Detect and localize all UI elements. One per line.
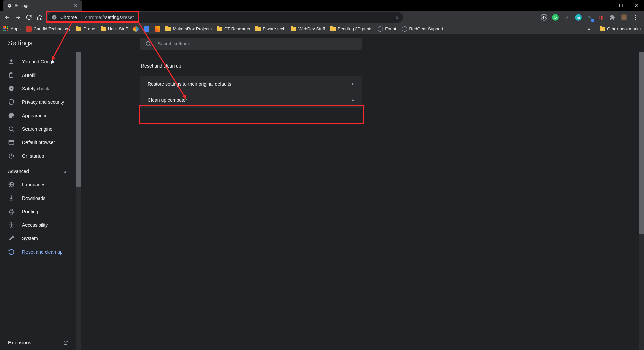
bookmark-webdev[interactable]: WebDev Stuff [291,26,325,31]
sidebar-item-you-and-google[interactable]: You and Google [0,55,81,69]
chevron-right-icon: ▸ [352,82,354,86]
sidebar-item-privacy[interactable]: Privacy and security [0,95,81,109]
site-icon [26,26,32,32]
search-settings-input[interactable]: Search settings [140,38,362,50]
folder-icon [217,27,222,31]
restore-defaults-row[interactable]: Restore settings to their original defau… [140,76,362,92]
gear-icon [7,3,12,8]
forward-button[interactable] [13,13,23,22]
folder-icon [600,27,605,31]
site-icon [133,26,139,32]
search-icon [8,126,15,132]
omnibox-url: chrome://settings/reset [85,15,134,20]
sidebar-extensions-link[interactable]: Extensions [0,335,76,350]
extension-icon-1[interactable]: ◐ [541,14,547,21]
maximize-button[interactable]: ☐ [613,0,629,11]
sidebar-item-accessibility[interactable]: Accessibility [0,218,81,232]
other-bookmarks[interactable]: Other bookmarks [600,26,641,31]
extension-icon-4[interactable]: m [575,14,582,21]
bookmarks-divider [595,26,595,32]
printer-icon [8,208,15,215]
shield-icon [8,99,15,105]
sidebar-item-on-startup[interactable]: On startup [0,149,81,163]
close-window-button[interactable]: ✕ [629,0,644,11]
sidebar-item-default-browser[interactable]: Default browser [0,136,81,149]
sidebar-item-system[interactable]: System [0,232,81,245]
new-tab-button[interactable]: ＋ [85,2,95,11]
toolbar: Chrome | chrome://settings/reset ☆ ◐ G ✈… [0,11,644,24]
bookmark-unlabeled-1[interactable] [133,26,139,32]
folder-icon [291,27,296,31]
main-scrollbar-thumb[interactable] [639,52,644,234]
svg-rect-11 [10,209,13,211]
site-icon [144,26,149,32]
bookmark-ctresearch[interactable]: CT Research [217,26,250,31]
apps-shortcut[interactable]: Apps [3,26,21,32]
browser-tab[interactable]: Settings ✕ [3,0,82,11]
sidebar-item-languages[interactable]: Languages [0,178,81,191]
svg-rect-2 [54,16,54,16]
bookmark-redgear[interactable]: RedGear Support [402,26,443,32]
svg-point-4 [10,59,13,62]
folder-icon [330,27,336,31]
person-icon [8,58,15,65]
home-button[interactable] [35,13,44,22]
sidebar-item-autofill[interactable]: Autofill [0,69,81,82]
settings-page: Settings Search settings You and Google … [0,34,644,350]
folder-icon [165,27,171,31]
bookmark-hackstuff[interactable]: Hack Stuff [101,26,128,31]
sidebar-advanced-toggle[interactable]: Advanced ▴ [0,165,81,178]
reload-button[interactable] [24,13,34,22]
reset-icon [8,249,15,255]
address-bar[interactable]: Chrome | chrome://settings/reset ☆ [48,12,403,23]
section-heading: Reset and clean up [140,63,644,69]
svg-rect-1 [54,17,54,19]
extensions-puzzle-icon[interactable] [609,14,616,21]
chrome-menu-button[interactable]: ⋮ [632,14,639,21]
toolbar-actions: ◐ G ✈ m ✎ Tp ⋮ [541,14,641,21]
window-controls: — ☐ ✕ [598,0,644,11]
clipboard-icon [8,72,15,79]
bookmark-makersbox[interactable]: MakersBox Projects [165,26,212,31]
settings-sidebar: You and Google Autofill Safety check Pri… [0,34,81,350]
extension-icon-3[interactable]: ✈ [564,14,570,21]
settings-title: Settings [8,39,32,47]
sidebar-item-appearance[interactable]: Appearance [0,109,81,122]
bookmark-candid[interactable]: Candid.Technology [26,26,71,32]
svg-point-13 [11,222,12,223]
bookmark-piware[interactable]: Piware.tech [255,26,285,31]
accessibility-icon [8,222,15,228]
chevron-right-icon: ▸ [352,98,354,102]
svg-point-3 [146,41,150,45]
globe-icon [8,181,15,188]
site-info-icon[interactable] [52,15,57,20]
bookmark-unlabeled-2[interactable] [144,26,149,32]
clean-up-computer-row[interactable]: Clean up computer ▸ [140,92,362,108]
folder-icon [101,27,106,31]
bookmark-drone[interactable]: Drone [76,26,95,31]
bookmark-pending3d[interactable]: Pending 3D prints [330,26,372,31]
close-icon[interactable]: ✕ [74,3,78,8]
bookmark-fount[interactable]: Fount [378,26,396,32]
extension-icon-5[interactable]: ✎ [586,14,593,21]
extension-icon-2[interactable]: G [552,14,559,21]
bookmark-star-icon[interactable]: ☆ [395,15,399,20]
globe-icon [402,26,407,32]
wrench-icon [8,235,15,242]
sidebar-item-downloads[interactable]: Downloads [0,191,81,205]
minimize-button[interactable]: — [598,0,613,11]
bookmark-unlabeled-3[interactable] [155,26,160,32]
site-icon [155,26,160,32]
sidebar-item-printing[interactable]: Printing [0,205,81,218]
bookmarks-overflow[interactable]: » [588,26,590,31]
sidebar-item-reset[interactable]: Reset and clean up [0,245,81,259]
extension-icon-6[interactable]: Tp [598,14,604,21]
sidebar-item-safety-check[interactable]: Safety check [0,82,81,95]
svg-rect-8 [9,140,14,144]
folder-icon [255,27,261,31]
reset-card: Restore settings to their original defau… [140,76,362,108]
profile-avatar[interactable] [621,14,627,21]
sidebar-item-search-engine[interactable]: Search engine [0,122,81,136]
sidebar-scrollbar-thumb[interactable] [76,52,81,187]
back-button[interactable] [3,13,12,22]
